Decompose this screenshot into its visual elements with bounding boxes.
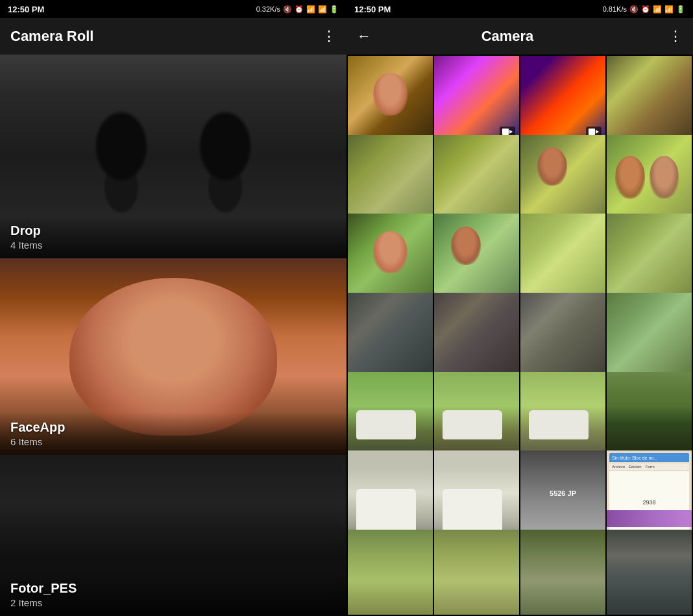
license-plate: 5526 JP <box>550 489 576 497</box>
photo-cell[interactable] <box>607 56 692 141</box>
van-shape <box>443 489 502 532</box>
svg-marker-3 <box>596 130 599 134</box>
screenshot-menu-bar: Archivo Edición Form <box>609 463 689 470</box>
face-overlay <box>537 147 567 186</box>
album-faceapp[interactable]: FaceApp 6 Items <box>0 258 346 455</box>
right-header: ← Camera ⋮ <box>346 18 693 55</box>
battery-icon: 🔋 <box>330 5 339 14</box>
menu-edicion: Edición <box>629 465 642 469</box>
van-shape <box>356 410 416 440</box>
left-speed: 0.32K/s <box>256 5 280 13</box>
right-panel: 12:50 PM 0.81K/s 🔇 ⏰ 📶 📶 🔋 ← Camera ⋮ <box>346 0 693 616</box>
svg-rect-0 <box>502 129 509 135</box>
van-shape <box>443 410 502 440</box>
right-battery-icon: 🔋 <box>676 5 685 14</box>
photo-cell[interactable] <box>434 56 519 141</box>
photo-cell[interactable] <box>434 293 519 378</box>
photo-cell[interactable] <box>520 293 605 378</box>
face-overlay <box>615 156 645 199</box>
screenshot-overlay: Sin título: Bloc de no... Archivo Edició… <box>607 450 692 536</box>
screenshot-number: 2938 <box>642 499 655 506</box>
album-fotor-info: Fotor_PES 2 Items <box>0 573 346 616</box>
photo-cell[interactable] <box>520 135 605 220</box>
svg-marker-1 <box>509 130 513 134</box>
photo-cell[interactable] <box>348 56 433 141</box>
photo-cell[interactable] <box>607 372 692 457</box>
photo-cell[interactable]: Sin título: Bloc de no... Archivo Edició… <box>607 450 692 536</box>
album-drop-count: 4 Items <box>10 240 336 251</box>
photo-cell[interactable] <box>520 56 605 141</box>
left-menu-button[interactable]: ⋮ <box>322 28 336 45</box>
left-panel: 12:50 PM 0.32K/s 🔇 ⏰ 📶 📶 🔋 Camera Roll ⋮… <box>0 0 346 616</box>
camera-title: Camera <box>382 28 633 45</box>
photo-cell[interactable] <box>520 530 605 615</box>
right-alarm-icon: ⏰ <box>641 5 650 14</box>
right-menu-button[interactable]: ⋮ <box>668 28 683 45</box>
albums-list: Drop 4 Items FaceApp 6 Items Fotor_PES 2… <box>0 55 346 616</box>
menu-archivo: Archivo <box>612 465 625 469</box>
left-header: Camera Roll ⋮ <box>0 18 346 55</box>
right-speed: 0.81K/s <box>603 5 627 13</box>
photo-cell[interactable] <box>434 135 519 220</box>
purple-bar <box>607 510 692 527</box>
wifi-icon: 📶 <box>306 5 315 14</box>
album-faceapp-info: FaceApp 6 Items <box>0 412 346 455</box>
alarm-icon: ⏰ <box>295 5 304 14</box>
album-fotor-count: 2 Items <box>10 597 336 608</box>
photo-cell[interactable] <box>607 293 692 378</box>
photo-cell[interactable] <box>348 450 433 536</box>
album-fotor-name: Fotor_PES <box>10 581 336 596</box>
svg-rect-2 <box>589 129 595 135</box>
photo-cell[interactable] <box>348 530 433 615</box>
photo-grid: 5526 JP Sin título: Bloc de no... Archiv… <box>346 55 693 616</box>
left-status-bar: 12:50 PM 0.32K/s 🔇 ⏰ 📶 📶 🔋 <box>0 0 346 18</box>
face-overlay <box>650 156 679 199</box>
photo-cell[interactable] <box>348 372 433 457</box>
photo-cell[interactable] <box>520 372 605 457</box>
album-drop[interactable]: Drop 4 Items <box>0 55 346 258</box>
album-fotor[interactable]: Fotor_PES 2 Items <box>0 455 346 616</box>
screenshot-title-bar: Sin título: Bloc de no... <box>609 453 689 462</box>
right-status-bar: 12:50 PM 0.81K/s 🔇 ⏰ 📶 📶 🔋 <box>346 0 693 18</box>
left-status-icons: 0.32K/s 🔇 ⏰ 📶 📶 🔋 <box>256 5 339 14</box>
album-drop-info: Drop 4 Items <box>0 216 346 258</box>
photo-cell[interactable] <box>348 293 433 378</box>
photo-cell[interactable]: 5526 JP <box>520 450 605 536</box>
right-status-icons: 0.81K/s 🔇 ⏰ 📶 📶 🔋 <box>603 5 685 14</box>
menu-form: Form <box>646 465 655 469</box>
photo-cell[interactable] <box>348 135 433 220</box>
van-shape <box>356 489 416 532</box>
right-status-time: 12:50 PM <box>354 5 391 14</box>
album-drop-name: Drop <box>10 223 336 238</box>
photo-cell[interactable] <box>607 530 692 615</box>
right-signal-icon: 📶 <box>664 5 674 14</box>
screenshot-title-text: Sin título: Bloc de no... <box>612 456 657 460</box>
photo-cell[interactable] <box>434 450 519 536</box>
signal-icon: 📶 <box>318 5 327 14</box>
photo-cell[interactable] <box>434 214 519 299</box>
camera-roll-title: Camera Roll <box>10 28 93 45</box>
photo-cell[interactable] <box>434 530 519 615</box>
van-shape <box>529 410 589 440</box>
face-overlay <box>373 73 407 116</box>
photo-cell[interactable] <box>607 214 692 299</box>
photo-cell[interactable] <box>348 214 433 299</box>
photo-cell[interactable] <box>434 372 519 457</box>
left-status-time: 12:50 PM <box>8 5 44 14</box>
right-wifi-icon: 📶 <box>653 5 662 14</box>
album-faceapp-count: 6 Items <box>10 436 336 447</box>
face-overlay <box>451 227 481 265</box>
photo-cell[interactable] <box>607 135 692 220</box>
mute-icon: 🔇 <box>283 5 292 14</box>
face-overlay <box>373 231 407 274</box>
right-mute-icon: 🔇 <box>629 5 638 14</box>
album-faceapp-name: FaceApp <box>10 420 336 435</box>
back-button[interactable]: ← <box>357 28 371 45</box>
photo-cell[interactable] <box>520 214 605 299</box>
